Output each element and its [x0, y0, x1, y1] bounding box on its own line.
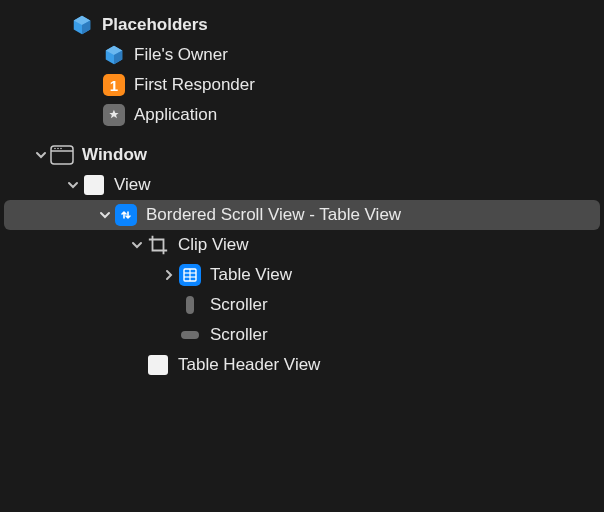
item-label: Table View — [210, 265, 292, 285]
outline-item-scroller-v[interactable]: Scroller — [4, 290, 600, 320]
chevron-down-icon[interactable] — [96, 206, 114, 224]
outline-item-tableheader[interactable]: Table Header View — [4, 350, 600, 380]
item-label: Bordered Scroll View - Table View — [146, 205, 401, 225]
view-icon — [146, 353, 170, 377]
outline-item-view[interactable]: View — [4, 170, 600, 200]
item-label: Clip View — [178, 235, 249, 255]
scroller-horizontal-icon — [178, 323, 202, 347]
placeholders-header-row[interactable]: Placeholders — [4, 10, 600, 40]
item-label: Scroller — [210, 325, 268, 345]
cube-icon — [70, 13, 94, 37]
outline-item-tableview[interactable]: Table View — [4, 260, 600, 290]
outline-item-scroller-h[interactable]: Scroller — [4, 320, 600, 350]
outline-item-first-responder[interactable]: 1 First Responder — [4, 70, 600, 100]
svg-point-4 — [60, 148, 62, 150]
svg-point-2 — [54, 148, 56, 150]
chevron-down-icon[interactable] — [32, 146, 50, 164]
outline-item-scrollview[interactable]: Bordered Scroll View - Table View — [4, 200, 600, 230]
one-badge-icon: 1 — [102, 73, 126, 97]
chevron-right-icon[interactable] — [160, 266, 178, 284]
item-label: Application — [134, 105, 217, 125]
chevron-down-icon[interactable] — [128, 236, 146, 254]
crop-icon — [146, 233, 170, 257]
item-label: Scroller — [210, 295, 268, 315]
item-label: First Responder — [134, 75, 255, 95]
table-icon — [178, 263, 202, 287]
window-icon — [50, 143, 74, 167]
app-icon — [102, 103, 126, 127]
item-label: File's Owner — [134, 45, 228, 65]
view-icon — [82, 173, 106, 197]
chevron-down-icon[interactable] — [64, 176, 82, 194]
placeholders-label: Placeholders — [102, 15, 208, 35]
item-label: View — [114, 175, 151, 195]
scroll-icon — [114, 203, 138, 227]
item-label: Table Header View — [178, 355, 320, 375]
item-label: Window — [82, 145, 147, 165]
cube-icon — [102, 43, 126, 67]
outline-item-application[interactable]: Application — [4, 100, 600, 130]
svg-point-3 — [57, 148, 59, 150]
scroller-vertical-icon — [178, 293, 202, 317]
outline-item-files-owner[interactable]: File's Owner — [4, 40, 600, 70]
outline-item-clipview[interactable]: Clip View — [4, 230, 600, 260]
outline-item-window[interactable]: Window — [4, 140, 600, 170]
